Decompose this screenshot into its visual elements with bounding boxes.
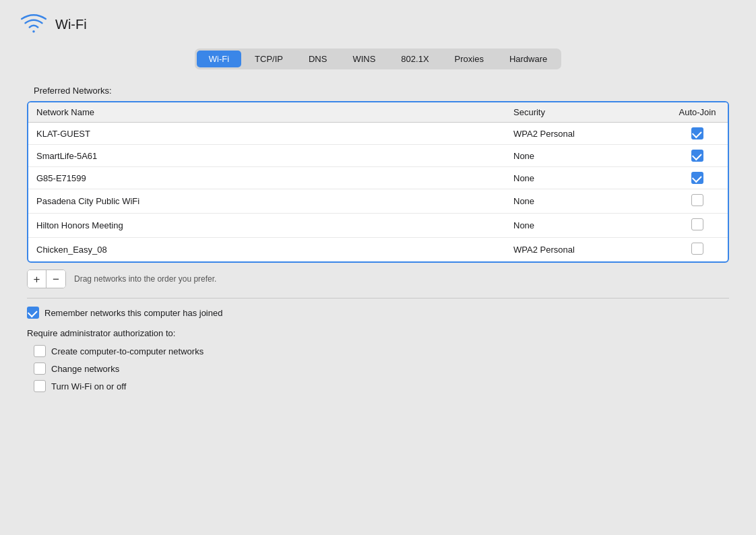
create-networks-label: Create computer-to-computer networks <box>51 346 203 356</box>
wifi-onoff-label: Turn Wi-Fi on or off <box>51 381 126 391</box>
autojoin-checkbox-checked[interactable] <box>691 172 703 184</box>
table-row: Pasadena City Public WiFiNone <box>28 189 728 214</box>
app-header: Wi-Fi <box>20 13 736 35</box>
remember-networks-checkbox[interactable] <box>27 307 39 319</box>
network-autojoin-cell[interactable] <box>667 214 728 238</box>
network-name-cell: G85-E71599 <box>28 167 505 189</box>
col-header-name: Network Name <box>28 102 505 123</box>
col-header-security: Security <box>505 102 667 123</box>
require-option-wifi-toggle[interactable]: Turn Wi-Fi on or off <box>34 380 729 392</box>
change-networks-label: Change networks <box>51 364 119 374</box>
add-remove-group: + − <box>27 270 66 288</box>
remember-networks-label: Remember networks this computer has join… <box>44 308 222 318</box>
network-security-cell: WPA2 Personal <box>505 123 667 145</box>
remember-networks-row[interactable]: Remember networks this computer has join… <box>27 307 729 319</box>
col-header-autojoin: Auto-Join <box>667 102 728 123</box>
remove-network-button[interactable]: − <box>46 270 65 288</box>
table-controls: + − Drag networks into the order you pre… <box>27 270 729 288</box>
network-name-cell: Hilton Honors Meeting <box>28 214 505 238</box>
table-row: KLAT-GUESTWPA2 Personal <box>28 123 728 145</box>
change-networks-checkbox[interactable] <box>34 363 46 375</box>
network-security-cell: WPA2 Personal <box>505 238 667 262</box>
autojoin-checkbox-checked[interactable] <box>691 127 703 139</box>
autojoin-checkbox-checked[interactable] <box>691 150 703 162</box>
tab-dns[interactable]: DNS <box>296 51 339 67</box>
table-row: Chicken_Easy_08WPA2 Personal <box>28 238 728 262</box>
autojoin-checkbox-unchecked[interactable] <box>691 218 703 230</box>
add-network-button[interactable]: + <box>28 270 46 288</box>
network-name-cell: Chicken_Easy_08 <box>28 238 505 262</box>
drag-hint-label: Drag networks into the order you prefer. <box>74 274 216 284</box>
require-options: Create computer-to-computer networks Cha… <box>34 345 729 392</box>
network-security-cell: None <box>505 189 667 214</box>
tab-wins[interactable]: WINS <box>340 51 387 67</box>
tab-hardware[interactable]: Hardware <box>497 51 559 67</box>
network-autojoin-cell[interactable] <box>667 189 728 214</box>
network-security-cell: None <box>505 145 667 167</box>
tab-proxies[interactable]: Proxies <box>443 51 496 67</box>
network-autojoin-cell[interactable] <box>667 167 728 189</box>
network-autojoin-cell[interactable] <box>667 145 728 167</box>
preferred-networks-label: Preferred Networks: <box>34 86 729 96</box>
require-option-change[interactable]: Change networks <box>34 363 729 375</box>
network-name-cell: SmartLife-5A61 <box>28 145 505 167</box>
network-autojoin-cell[interactable] <box>667 238 728 262</box>
network-name-cell: KLAT-GUEST <box>28 123 505 145</box>
divider <box>27 298 729 298</box>
table-row: SmartLife-5A61None <box>28 145 728 167</box>
tab-tcpip[interactable]: TCP/IP <box>243 51 295 67</box>
tab-wifi[interactable]: Wi-Fi <box>197 51 241 67</box>
create-networks-checkbox[interactable] <box>34 345 46 357</box>
autojoin-checkbox-unchecked[interactable] <box>691 243 703 255</box>
network-security-cell: None <box>505 214 667 238</box>
table-row: Hilton Honors MeetingNone <box>28 214 728 238</box>
tabs-bar: Wi-Fi TCP/IP DNS WINS 802.1X Proxies Har… <box>195 49 562 69</box>
page-title: Wi-Fi <box>55 17 87 32</box>
wifi-icon <box>20 13 47 35</box>
network-table-container: Network Name Security Auto-Join KLAT-GUE… <box>27 101 729 263</box>
table-header-row: Network Name Security Auto-Join <box>28 102 728 123</box>
require-admin-label: Require administrator authorization to: <box>27 328 729 338</box>
network-table: Network Name Security Auto-Join KLAT-GUE… <box>28 102 728 261</box>
autojoin-checkbox-unchecked[interactable] <box>691 194 703 206</box>
main-content: Preferred Networks: Network Name Securit… <box>20 86 736 392</box>
require-option-create[interactable]: Create computer-to-computer networks <box>34 345 729 357</box>
network-security-cell: None <box>505 167 667 189</box>
network-name-cell: Pasadena City Public WiFi <box>28 189 505 214</box>
table-row: G85-E71599None <box>28 167 728 189</box>
wifi-onoff-checkbox[interactable] <box>34 380 46 392</box>
tab-8021x[interactable]: 802.1X <box>389 51 441 67</box>
network-autojoin-cell[interactable] <box>667 123 728 145</box>
